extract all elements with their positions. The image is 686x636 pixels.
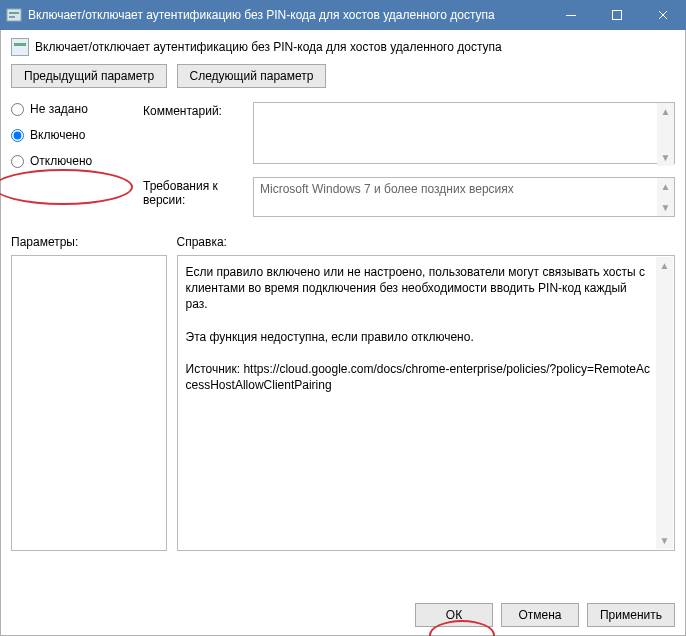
- window-title: Включает/отключает аутентификацию без PI…: [28, 8, 495, 22]
- dialog-buttons: ОК Отмена Применить: [415, 603, 675, 627]
- radio-enabled[interactable]: Включено: [11, 128, 135, 142]
- help-scrollbar[interactable]: ▲ ▼: [656, 257, 673, 549]
- version-value: Microsoft Windows 7 и более поздних верс…: [253, 177, 675, 217]
- params-panel: [11, 255, 167, 551]
- radio-enabled-input[interactable]: [11, 129, 24, 142]
- help-label: Справка:: [177, 235, 675, 249]
- svg-rect-3: [566, 15, 576, 16]
- radio-enabled-label: Включено: [30, 128, 85, 142]
- scroll-down-icon[interactable]: ▼: [656, 532, 673, 549]
- scroll-up-icon[interactable]: ▲: [656, 257, 673, 274]
- help-column: Справка: Если правило включено или не на…: [177, 235, 675, 551]
- comment-input[interactable]: [253, 102, 675, 164]
- minimize-button[interactable]: [548, 0, 594, 30]
- scroll-up-icon[interactable]: ▲: [657, 103, 674, 120]
- ok-button[interactable]: ОК: [415, 603, 493, 627]
- apply-button[interactable]: Применить: [587, 603, 675, 627]
- nav-row: Предыдущий параметр Следующий параметр: [11, 64, 675, 88]
- help-paragraph-2: Эта функция недоступна, если правило отк…: [186, 329, 652, 345]
- help-panel: Если правило включено или не настроено, …: [177, 255, 675, 551]
- radio-disabled-label: Отключено: [30, 154, 92, 168]
- params-label: Параметры:: [11, 235, 167, 249]
- svg-rect-2: [9, 16, 15, 18]
- svg-rect-1: [9, 12, 19, 14]
- state-radios: Не задано Включено Отключено: [11, 102, 135, 227]
- client-area: Включает/отключает аутентификацию без PI…: [0, 30, 686, 636]
- scroll-up-icon[interactable]: ▲: [657, 178, 674, 195]
- comment-row: Комментарий: ▲ ▼: [143, 102, 675, 167]
- gpedit-icon: [6, 7, 22, 23]
- params-column: Параметры:: [11, 235, 167, 551]
- radio-disabled[interactable]: Отключено: [11, 154, 135, 168]
- version-label: Требования к версии:: [143, 177, 253, 217]
- next-setting-button[interactable]: Следующий параметр: [177, 64, 327, 88]
- cancel-button[interactable]: Отмена: [501, 603, 579, 627]
- comment-label: Комментарий:: [143, 102, 253, 167]
- radio-not-configured[interactable]: Не задано: [11, 102, 135, 116]
- radio-disabled-input[interactable]: [11, 155, 24, 168]
- close-button[interactable]: [640, 0, 686, 30]
- comment-scrollbar[interactable]: ▲ ▼: [657, 103, 674, 166]
- help-paragraph-1: Если правило включено или не настроено, …: [186, 264, 652, 313]
- radio-not-configured-label: Не задано: [30, 102, 88, 116]
- help-paragraph-3: Источник: https://cloud.google.com/docs/…: [186, 361, 652, 393]
- svg-rect-4: [613, 11, 622, 20]
- page-title: Включает/отключает аутентификацию без PI…: [35, 40, 502, 54]
- lower-grid: Параметры: Справка: Если правило включен…: [11, 235, 675, 551]
- maximize-button[interactable]: [594, 0, 640, 30]
- prev-setting-button[interactable]: Предыдущий параметр: [11, 64, 167, 88]
- scroll-down-icon[interactable]: ▼: [657, 149, 674, 166]
- svg-rect-0: [7, 9, 21, 21]
- version-box: Microsoft Windows 7 и более поздних верс…: [253, 177, 675, 217]
- comment-box: ▲ ▼: [253, 102, 675, 167]
- fields: Комментарий: ▲ ▼ Требования к версии: Mi…: [143, 102, 675, 227]
- titlebar: Включает/отключает аутентификацию без PI…: [0, 0, 686, 30]
- scroll-down-icon[interactable]: ▼: [657, 199, 674, 216]
- version-row: Требования к версии: Microsoft Windows 7…: [143, 177, 675, 217]
- version-scrollbar[interactable]: ▲ ▼: [657, 178, 674, 216]
- header-row: Включает/отключает аутентификацию без PI…: [11, 38, 675, 56]
- top-grid: Не задано Включено Отключено Комментарий…: [11, 102, 675, 227]
- radio-not-configured-input[interactable]: [11, 103, 24, 116]
- policy-icon: [11, 38, 29, 56]
